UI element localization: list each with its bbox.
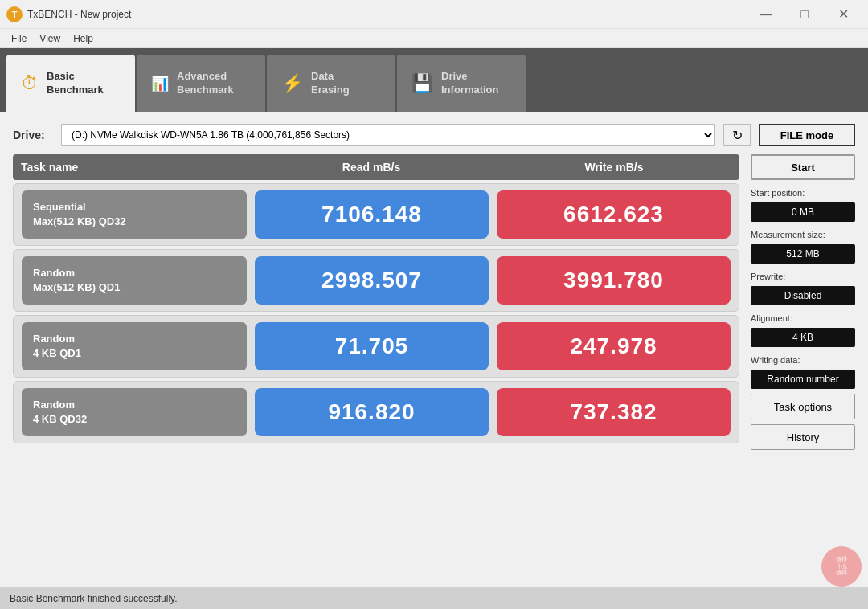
read-value-sequential-max: 7106.148 <box>255 190 489 239</box>
start-position-label: Start position: <box>751 188 855 198</box>
basic-benchmark-icon: ⏱ <box>21 73 39 94</box>
writing-data-label: Writing data: <box>751 355 855 365</box>
alignment-value: 4 KB <box>751 328 855 347</box>
benchmark-table: Task name Read mB/s Write mB/s Sequentia… <box>13 154 739 575</box>
app-icon: T <box>6 6 23 22</box>
table-header: Task name Read mB/s Write mB/s <box>13 154 739 180</box>
minimize-button[interactable]: — <box>747 2 784 27</box>
tab-data-erasing[interactable]: ⚡ DataErasing <box>267 55 395 112</box>
table-row: Random4 KB QD1 71.705 247.978 <box>13 315 739 378</box>
start-button[interactable]: Start <box>751 154 855 180</box>
read-value-random-max: 2998.507 <box>255 256 489 304</box>
watermark: 值得什么值得 <box>821 546 862 587</box>
header-write: Write mB/s <box>497 161 731 174</box>
statusbar: Basic Benchmark finished successfully. <box>0 587 868 609</box>
read-value-random-4k-qd1: 71.705 <box>255 322 489 370</box>
read-value-random-4k-qd32: 916.820 <box>255 388 489 436</box>
alignment-label: Alignment: <box>751 313 855 323</box>
header-task-name: Task name <box>21 161 246 174</box>
write-value-random-max: 3991.780 <box>497 256 731 304</box>
prewrite-label: Prewrite: <box>751 272 855 281</box>
write-value-random-4k-qd32: 737.382 <box>497 388 731 436</box>
file-mode-button[interactable]: FILE mode <box>759 124 855 146</box>
maximize-button[interactable]: □ <box>786 2 823 27</box>
right-panel: Start Start position: 0 MB Measurement s… <box>751 154 855 575</box>
main-content: Drive: (D:) NVMe Walkdisk WD-WN5A 1.86 T… <box>0 112 868 587</box>
window-title: TxBENCH - New project <box>27 9 747 20</box>
tabbar: ⏱ BasicBenchmark 📊 AdvancedBenchmark ⚡ D… <box>0 48 868 112</box>
advanced-benchmark-icon: 📊 <box>151 75 169 92</box>
write-value-sequential-max: 6612.623 <box>497 190 731 239</box>
drive-refresh-button[interactable]: ↻ <box>723 124 751 146</box>
table-row: SequentialMax(512 KB) QD32 7106.148 6612… <box>13 183 739 246</box>
task-options-button[interactable]: Task options <box>751 394 855 419</box>
titlebar: T TxBENCH - New project — □ ✕ <box>0 0 868 29</box>
table-row: Random4 KB QD32 916.820 737.382 <box>13 381 739 443</box>
task-name-random-4k-qd32: Random4 KB QD32 <box>22 388 247 436</box>
write-value-random-4k-qd1: 247.978 <box>497 322 731 370</box>
header-read: Read mB/s <box>254 161 489 174</box>
tab-advanced-benchmark[interactable]: 📊 AdvancedBenchmark <box>137 55 265 112</box>
data-erasing-icon: ⚡ <box>281 73 303 94</box>
history-button[interactable]: History <box>751 424 855 450</box>
drive-label: Drive: <box>13 129 53 141</box>
table-row: RandomMax(512 KB) QD1 2998.507 3991.780 <box>13 249 739 312</box>
writing-data-value: Random number <box>751 370 855 389</box>
status-text: Basic Benchmark finished successfully. <box>10 593 178 604</box>
drive-row: Drive: (D:) NVMe Walkdisk WD-WN5A 1.86 T… <box>13 124 855 146</box>
menu-view[interactable]: View <box>33 31 67 46</box>
menubar: File View Help <box>0 29 868 48</box>
menu-help[interactable]: Help <box>67 31 100 46</box>
tab-basic-benchmark[interactable]: ⏱ BasicBenchmark <box>6 55 135 112</box>
content-area: Task name Read mB/s Write mB/s Sequentia… <box>13 154 855 575</box>
measurement-size-label: Measurement size: <box>751 230 855 239</box>
tab-basic-benchmark-label: BasicBenchmark <box>47 70 104 97</box>
tab-advanced-benchmark-label: AdvancedBenchmark <box>177 70 234 97</box>
tab-drive-information[interactable]: 💾 DriveInformation <box>397 55 526 112</box>
menu-file[interactable]: File <box>5 31 33 46</box>
task-name-sequential-max: SequentialMax(512 KB) QD32 <box>22 190 247 239</box>
task-name-random-max: RandomMax(512 KB) QD1 <box>22 256 247 304</box>
window-controls: — □ ✕ <box>747 2 862 27</box>
drive-information-icon: 💾 <box>411 73 433 94</box>
prewrite-value: Disabled <box>751 286 855 305</box>
close-button[interactable]: ✕ <box>825 2 862 27</box>
tab-drive-information-label: DriveInformation <box>441 70 499 97</box>
drive-select[interactable]: (D:) NVMe Walkdisk WD-WN5A 1.86 TB (4,00… <box>61 124 715 146</box>
tab-data-erasing-label: DataErasing <box>311 70 350 97</box>
measurement-size-value: 512 MB <box>751 244 855 264</box>
start-position-value: 0 MB <box>751 202 855 222</box>
task-name-random-4k-qd1: Random4 KB QD1 <box>22 322 247 370</box>
